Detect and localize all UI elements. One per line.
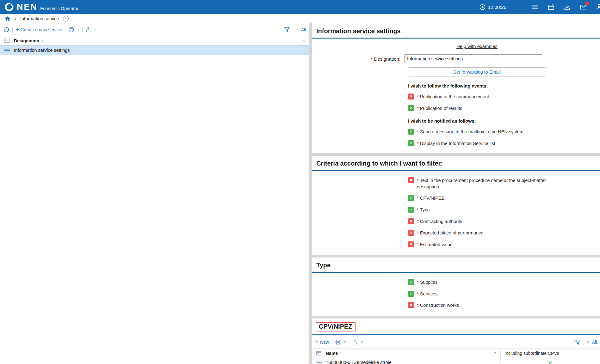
row-menu-button[interactable] [312,361,326,364]
refresh-icon [3,27,9,33]
cpv-table-header: Name ↑ ▽ Including subordinate CPVs [312,349,600,358]
menu-button[interactable] [531,3,539,11]
session-clock: 12:00:20 [479,4,506,10]
cpv-view-dropdown-icon[interactable]: ▽ [587,341,589,344]
checkbox[interactable]: ✓ [408,195,414,201]
checkbox[interactable]: ✕ [408,241,414,247]
breadcrumb: › Information service ✕ [0,14,600,23]
messages-button[interactable] [579,3,587,11]
set-forwarding-email-button[interactable]: Set forwarding to Email [408,67,546,76]
checkbox[interactable]: ✕ [408,218,414,224]
included-check-icon: ✓ [548,360,553,364]
brand-name: NEN [17,3,38,11]
close-breadcrumb-button[interactable]: ✕ [63,16,69,21]
checkbox-row: ✓ Publication of results [408,105,596,112]
cpv-print-button[interactable] [335,338,341,346]
export-dropdown-icon[interactable]: ▽ [94,28,96,31]
cpv-new-button[interactable]: + New [315,339,329,345]
designation-label: Designation: [316,56,404,62]
checkbox-label: CPV/NIPEZ [417,195,444,202]
checkbox-row: ✓ Supplies [408,279,596,286]
cpv-name-column-header[interactable]: Name ↑ [326,351,342,356]
settings-title-text: Information service settings [316,27,401,34]
create-new-service-label: Create a new service [21,27,62,32]
export-icon [86,27,91,33]
print-button[interactable] [68,26,74,33]
row-menu-button[interactable] [0,49,14,52]
breadcrumb-chevron-icon: › [15,15,16,21]
events-heading: I wish to follow the following events: [408,83,596,88]
checkbox-label: Send a message to the mailbox in the NEN… [417,129,523,135]
refresh-button[interactable] [3,26,9,33]
mail-icon [580,5,586,9]
type-title-text: Type [316,262,331,269]
designation-filter-icon[interactable]: ▽ [303,39,309,42]
cpv-filter-button[interactable] [575,338,581,346]
cpv-row-name: 16000000-5 | Zemědělské stroje [326,360,500,364]
checkbox[interactable]: ✓ [408,129,414,135]
toolbar-separator [65,27,65,33]
checkbox[interactable]: ✓ [408,279,414,285]
checkbox[interactable]: ✓ [408,291,414,297]
cpv-export-dropdown-icon[interactable]: ▽ [361,341,363,344]
filter-button[interactable] [284,26,290,33]
column-settings-button[interactable] [0,39,14,43]
home-button[interactable] [4,15,11,22]
help-with-examples-link[interactable]: Help with examples [456,44,498,49]
designation-form-row: Designation: [316,54,596,63]
cpv-table-row[interactable]: 16000000-5 | Zemědělské stroje ✓ [312,358,600,364]
cpv-name-filter-icon[interactable]: ▽ [494,352,500,355]
toolbar-separator [99,27,99,33]
home-icon [5,16,10,21]
checkbox[interactable]: ✕ [408,177,414,183]
checkbox-label: Supplies [417,279,437,286]
service-row-label: Information service settings [14,48,70,53]
checkbox-label: Type [417,207,430,213]
designation-input[interactable] [404,54,542,63]
checkbox-row: ✓ Type [408,207,596,213]
events-checkbox-list: ✕ Publication of the commencement ✓ Publ… [316,94,596,112]
calendar-button[interactable] [547,3,555,11]
table-columns-icon [4,39,9,43]
main-content: + Create a new service ▽ ▽ [0,23,600,364]
checkbox[interactable]: ✕ [408,94,414,100]
view-all-selector[interactable]: All [301,27,306,32]
checkbox[interactable]: ✕ [408,230,414,236]
criteria-title-text: Criteria according to which I want to fi… [316,160,443,167]
create-new-service-button[interactable]: + Create a new service [15,27,62,33]
type-card: Type ✓ Supplies ✓ Services ✕ [312,258,600,316]
checkbox[interactable]: ✓ [408,105,414,111]
user-profile-button[interactable] [596,3,600,11]
print-dropdown-icon[interactable]: ▽ [77,28,79,31]
plus-icon: + [15,27,19,33]
cpv-export-button[interactable] [352,338,358,346]
toolbar-separator [349,339,349,345]
downloads-button[interactable] [563,3,571,11]
clock-icon [479,4,486,10]
service-list-panel: + Create a new service ▽ ▽ [0,23,309,364]
checkbox[interactable]: ✕ [408,302,414,308]
toolbar-separator [293,27,293,33]
cpv-subordinate-column-header: Including subordinate CPVs [500,349,600,358]
cpv-print-dropdown-icon[interactable]: ▽ [344,341,346,344]
export-button[interactable] [85,26,91,33]
detail-panel: Information service settings Help with e… [312,23,600,364]
view-dropdown-icon[interactable]: ▽ [296,28,298,31]
cpv-view-all-selector[interactable]: All [592,340,597,345]
checkbox-label: Display in the Information Service list [417,140,495,147]
designation-column-header[interactable]: Designation ↑ [14,38,43,43]
cpv-new-label: New [320,340,329,345]
unread-messages-badge [585,2,589,5]
cpv-column-settings-button[interactable] [312,351,326,355]
cpv-table-body: 16000000-5 | Zemědělské stroje ✓ [312,358,600,364]
checkbox-row: ✓ CPV/NIPEZ [408,195,596,202]
checkbox-row: ✓ Display in the Information Service lis… [408,140,596,147]
designation-header-label: Designation [14,38,39,43]
checkbox[interactable]: ✓ [408,140,414,146]
service-row[interactable]: Information service settings [0,46,309,55]
breadcrumb-current[interactable]: Information service [20,16,59,21]
checkbox[interactable]: ✓ [408,207,414,213]
service-list-toolbar: + Create a new service ▽ ▽ [0,23,309,36]
person-icon [596,3,600,10]
row-menu-dots-icon [4,49,10,52]
